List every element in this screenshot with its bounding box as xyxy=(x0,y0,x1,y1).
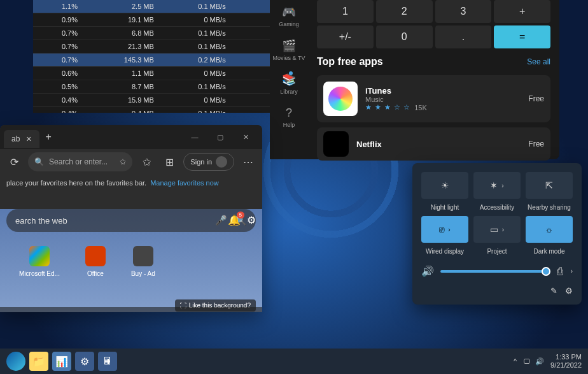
app-card[interactable]: Netflix Free xyxy=(317,127,550,161)
quick-link-tile[interactable]: Office xyxy=(85,246,106,277)
minimize-button[interactable]: — xyxy=(182,127,207,147)
calc-key-3[interactable]: 3 xyxy=(435,0,492,23)
store-section-header: Top free apps xyxy=(317,56,383,68)
app-price: Free xyxy=(528,94,544,103)
browser-window: ab × + — ▢ ✕ ⟳ 🔍 Search or enter... ✩ ✩ … xyxy=(0,125,262,312)
quick-link-tile[interactable]: Microsoft Ed... xyxy=(19,246,60,277)
process-row[interactable]: 0.4%9.4 MB0.1 MB/s0 Mbps xyxy=(33,107,305,113)
qs-tile-nearbysharing[interactable]: ⇱Nearby sharing xyxy=(526,172,573,211)
browser-toolbar: ⟳ 🔍 Search or enter... ✩ ✩ ⊞ Sign in ⋯ xyxy=(0,149,262,175)
quick-link-tile[interactable]: Buy - Ad xyxy=(131,246,155,277)
menu-icon[interactable]: ⋯ xyxy=(239,153,257,171)
manage-favorites-link[interactable]: Manage favorites now xyxy=(150,179,219,187)
taskbar-taskmgr-icon[interactable]: 📊 xyxy=(52,352,71,371)
qs-tile-nightlight[interactable]: ☀Night light xyxy=(421,172,468,211)
qs-tile-wireddisplay[interactable]: ⎚›Wired display xyxy=(421,216,468,255)
app-icon xyxy=(323,131,349,157)
calc-key-.[interactable]: . xyxy=(435,25,492,48)
chevron-right-icon[interactable]: › xyxy=(571,268,573,275)
quick-settings-panel: ☀Night light✶›Accessibility⇱Nearby shari… xyxy=(412,163,582,305)
web-search-box[interactable]: earch the web 🎤 🔍 xyxy=(6,209,256,232)
sidebar-icon: 🎬 xyxy=(282,39,296,53)
process-row[interactable]: 0.6%1.1 MB0 MB/s0 Mbps xyxy=(33,67,305,80)
tab-close-icon[interactable]: × xyxy=(26,134,31,144)
app-name: iTunes xyxy=(365,86,521,96)
gear-icon[interactable]: ⚙ xyxy=(247,214,256,226)
qs-button[interactable]: ☼ xyxy=(526,216,573,243)
favorites-icon[interactable]: ✩ xyxy=(137,153,155,171)
qs-icon: ▭ xyxy=(490,224,498,234)
sidebar-item-moviestv[interactable]: 🎬Movies & TV xyxy=(273,39,305,61)
tray-icons[interactable]: 🖵 🔊 xyxy=(523,357,544,366)
address-placeholder: Search or enter... xyxy=(49,157,108,166)
taskbar-edge-icon[interactable] xyxy=(6,352,25,371)
taskbar: 📁 📊 ⚙ 🖩 ^ 🖵 🔊 1:33 PM 9/21/2022 xyxy=(0,349,588,374)
qs-tile-accessibility[interactable]: ✶›Accessibility xyxy=(473,172,521,211)
tray-chevron-icon[interactable]: ^ xyxy=(514,357,517,365)
new-tab-button[interactable]: + xyxy=(46,131,52,143)
tile-icon xyxy=(29,246,50,266)
qs-button[interactable]: ⎚› xyxy=(421,216,468,243)
calc-key-0[interactable]: 0 xyxy=(376,25,433,48)
calc-key-2[interactable]: 2 xyxy=(376,0,433,23)
display-icon[interactable]: 🖵 xyxy=(523,357,530,366)
collections-icon[interactable]: ⊞ xyxy=(160,153,178,171)
app-icon xyxy=(323,82,358,116)
address-bar[interactable]: 🔍 Search or enter... ✩ xyxy=(28,152,132,171)
process-row[interactable]: 0.7%145.3 MB0.2 MB/s0 Mbps xyxy=(33,54,305,67)
sidebar-item-gaming[interactable]: 🎮Gaming xyxy=(279,5,299,27)
calc-key-=[interactable]: = xyxy=(494,25,550,48)
volume-icon[interactable]: 🔊 xyxy=(535,357,544,366)
taskbar-calc-icon[interactable]: 🖩 xyxy=(98,352,117,371)
app-rating: ★ ★ ★ ☆ ☆15K xyxy=(365,103,521,111)
qs-icon: ⇱ xyxy=(545,180,553,191)
tray-clock[interactable]: 1:33 PM 9/21/2022 xyxy=(550,353,582,370)
process-row[interactable]: 0.4%15.9 MB0 MB/s0 Mbps xyxy=(33,94,305,107)
app-card[interactable]: iTunes Music ★ ★ ★ ☆ ☆15K Free xyxy=(317,75,550,122)
sidebar-icon: 📚 xyxy=(282,73,296,87)
signin-button[interactable]: Sign in xyxy=(183,153,234,171)
calculator-keypad: 123++/-0.= xyxy=(317,0,550,48)
tab-bar: ab × + — ▢ ✕ xyxy=(0,125,262,149)
read-aloud-icon[interactable]: ✩ xyxy=(120,157,126,166)
qs-icon: ☼ xyxy=(545,224,554,234)
sidebar-item-help[interactable]: ?Help xyxy=(283,106,295,128)
notifications-icon[interactable]: 🔔5 xyxy=(228,214,241,226)
qs-tile-darkmode[interactable]: ☼Dark mode xyxy=(526,216,573,255)
microphone-icon[interactable]: 🎤 xyxy=(215,215,227,226)
calc-key-1[interactable]: 1 xyxy=(317,0,374,23)
qs-icon: ✶ xyxy=(490,180,498,191)
taskbar-explorer-icon[interactable]: 📁 xyxy=(29,352,48,371)
qs-tile-project[interactable]: ▭›Project xyxy=(473,216,521,255)
settings-icon[interactable]: ⚙ xyxy=(565,286,573,296)
app-name: Netflix xyxy=(356,140,521,149)
volume-slider[interactable]: 🔊 ⎙ › xyxy=(421,265,573,277)
qs-button[interactable]: ✶› xyxy=(473,172,521,199)
browser-tab[interactable]: ab × xyxy=(4,130,39,148)
close-button[interactable]: ✕ xyxy=(233,127,258,147)
edit-icon[interactable]: ✎ xyxy=(550,286,557,296)
process-table: 1.1%2.5 MB0.1 MB/s0 Mbps0.9%19.1 MB0 MB/… xyxy=(33,0,305,113)
app-category: Music xyxy=(365,96,521,103)
qs-button[interactable]: ▭› xyxy=(473,216,521,243)
see-all-link[interactable]: See all xyxy=(527,57,550,66)
maximize-button[interactable]: ▢ xyxy=(207,127,233,147)
qs-button[interactable]: ☀ xyxy=(421,172,468,199)
cast-icon[interactable]: ⎙ xyxy=(557,266,563,277)
process-row[interactable]: 1.1%2.5 MB0.1 MB/s0 Mbps xyxy=(33,0,305,13)
tile-icon xyxy=(133,246,153,266)
refresh-icon[interactable]: ⟳ xyxy=(5,153,23,171)
process-row[interactable]: 0.5%8.7 MB0.1 MB/s0 Mbps xyxy=(33,80,305,94)
taskbar-settings-icon[interactable]: ⚙ xyxy=(75,352,94,371)
calc-key-+/-[interactable]: +/- xyxy=(317,25,374,48)
avatar-icon xyxy=(216,156,227,168)
process-row[interactable]: 0.9%19.1 MB0 MB/s0 Mbps xyxy=(33,13,305,27)
qs-icon: ☀ xyxy=(441,180,449,191)
qs-button[interactable]: ⇱ xyxy=(526,172,573,199)
sidebar-item-library[interactable]: 📚Library xyxy=(280,73,298,95)
chevron-right-icon: › xyxy=(502,226,504,233)
qs-icon: ⎚ xyxy=(439,224,444,234)
calc-key-+[interactable]: + xyxy=(494,0,550,23)
process-row[interactable]: 0.7%6.8 MB0.1 MB/s0.1 Mbps xyxy=(33,27,305,40)
process-row[interactable]: 0.7%21.3 MB0.1 MB/s0 Mbps xyxy=(33,40,305,54)
